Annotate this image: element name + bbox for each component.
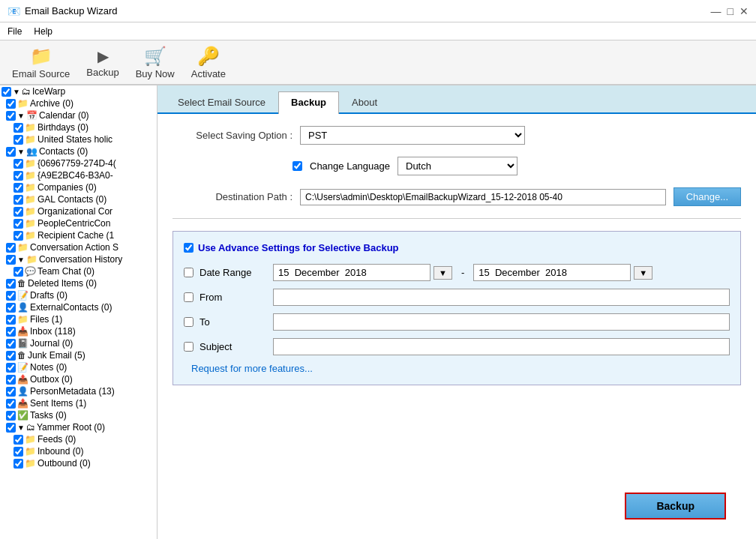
tree-checkbox-outbox[interactable] (6, 375, 16, 385)
tree-item-guid1[interactable]: 📁 {06967759-274D-4( (0, 157, 157, 169)
from-checkbox[interactable] (184, 292, 194, 302)
tree-item-icewarp[interactable]: ▼ 🗂 IceWarp (0, 85, 157, 97)
tree-item-journal[interactable]: 📓 Journal (0) (0, 337, 157, 349)
tree-checkbox-external-contacts[interactable] (6, 303, 16, 313)
tree-item-inbound[interactable]: 📁 Inbound (0) (0, 445, 157, 457)
tree-item-conv-history[interactable]: ▼ 📁 Conversation History (0, 253, 157, 265)
tree-item-drafts[interactable]: 📝 Drafts (0) (0, 289, 157, 301)
tree-checkbox-guid1[interactable] (14, 159, 23, 169)
tree-checkbox-people-centric[interactable] (14, 219, 23, 229)
tab-backup[interactable]: Backup (278, 91, 339, 114)
subject-row: Subject (184, 338, 730, 355)
activate-button[interactable]: 🔑 Activate (185, 43, 232, 82)
tree-item-person-metadata[interactable]: 👤 PersonMetadata (13) (0, 385, 157, 397)
tree-checkbox-conv-history[interactable] (6, 255, 16, 265)
tree-checkbox-conv-action[interactable] (6, 243, 16, 253)
backup-button[interactable]: Backup (625, 493, 726, 520)
destination-path-input[interactable] (300, 189, 666, 205)
date-range-checkbox[interactable] (184, 268, 194, 277)
menu-help[interactable]: Help (34, 26, 52, 37)
tree-checkbox-icewarp[interactable] (2, 87, 11, 97)
tree-checkbox-us-holidays[interactable] (14, 135, 23, 145)
tree-item-companies[interactable]: 📁 Companies (0) (0, 181, 157, 193)
tab-select-email-source[interactable]: Select Email Source (165, 91, 278, 112)
tree-item-org-contacts[interactable]: 📁 Organizational Cor (0, 205, 157, 217)
tree-item-junk-email[interactable]: 🗑 Junk Email (5) (0, 349, 157, 361)
to-input[interactable] (273, 313, 730, 331)
tree-checkbox-outbound[interactable] (14, 459, 23, 469)
from-input[interactable] (273, 289, 730, 306)
subject-input[interactable] (273, 338, 730, 355)
tree-checkbox-feeds[interactable] (14, 435, 23, 445)
date-from-input[interactable] (273, 264, 430, 281)
tree-item-feeds[interactable]: 📁 Feeds (0) (0, 433, 157, 445)
tree-checkbox-archive[interactable] (6, 99, 16, 109)
tree-item-yammer-root[interactable]: ▼ 🗂 Yammer Root (0) (0, 421, 157, 433)
tree-item-files[interactable]: 📁 Files (1) (0, 313, 157, 325)
date-to-picker[interactable]: ▼ (634, 266, 652, 280)
maximize-button[interactable]: □ (728, 5, 734, 17)
date-to-input[interactable] (473, 264, 631, 281)
request-features-link[interactable]: Request for more features... (184, 363, 313, 374)
tree-checkbox-junk-email[interactable] (6, 351, 16, 361)
saving-option-select[interactable]: PST EML MSG PDF HTML (300, 126, 525, 145)
subject-checkbox[interactable] (184, 342, 194, 352)
to-checkbox[interactable] (184, 317, 194, 327)
tree-checkbox-inbound[interactable] (14, 447, 23, 457)
to-label: To (200, 316, 267, 328)
backup-toolbar-button[interactable]: ▶ Backup (80, 44, 124, 81)
tree-checkbox-birthdays[interactable] (14, 123, 23, 133)
tree-checkbox-recipient-cache[interactable] (14, 231, 23, 241)
tab-about[interactable]: About (339, 91, 390, 112)
language-select[interactable]: Dutch English German French Spanish (398, 157, 518, 175)
menu-file[interactable]: File (8, 26, 22, 37)
email-source-button[interactable]: 📁 Email Source (6, 43, 76, 82)
tree-checkbox-tasks[interactable] (6, 411, 16, 421)
tree-item-calendar[interactable]: ▼ 📅 Calendar (0) (0, 109, 157, 121)
tree-item-archive[interactable]: 📁 Archive (0) (0, 97, 157, 109)
tree-checkbox-sent-items[interactable] (6, 399, 16, 409)
tree-checkbox-deleted-items[interactable] (6, 279, 16, 289)
minimize-button[interactable]: — (711, 5, 722, 17)
tree-checkbox-drafts[interactable] (6, 291, 16, 301)
tree-item-sent-items[interactable]: 📤 Sent Items (1) (0, 397, 157, 409)
change-language-checkbox[interactable] (292, 161, 302, 171)
tree-checkbox-files[interactable] (6, 315, 16, 325)
tree-item-deleted-items[interactable]: 🗑 Deleted Items (0) (0, 277, 157, 289)
tree-checkbox-team-chat[interactable] (14, 267, 23, 277)
tree-item-outbox[interactable]: 📤 Outbox (0) (0, 373, 157, 385)
tree-checkbox-notes[interactable] (6, 363, 16, 373)
tree-checkbox-guid2[interactable] (14, 171, 23, 181)
tree-item-team-chat[interactable]: 💬 Team Chat (0) (0, 265, 157, 277)
tree-item-recipient-cache[interactable]: 📁 Recipient Cache (1 (0, 229, 157, 241)
tree-item-external-contacts[interactable]: 👤 ExternalContacts (0) (0, 301, 157, 313)
buy-now-button[interactable]: 🛒 Buy Now (130, 43, 181, 82)
tree-checkbox-yammer-root[interactable] (6, 423, 16, 433)
tree-checkbox-contacts[interactable] (6, 147, 16, 157)
tree-checkbox-inbox[interactable] (6, 327, 16, 337)
tree-item-people-centric[interactable]: 📁 PeopleCentricCon (0, 217, 157, 229)
date-from-picker[interactable]: ▼ (434, 266, 452, 280)
change-path-button[interactable]: Change... (674, 187, 741, 206)
tree-item-outbound[interactable]: 📁 Outbound (0) (0, 457, 157, 469)
tree-item-tasks[interactable]: ✅ Tasks (0) (0, 409, 157, 421)
tree-item-guid2[interactable]: 📁 {A9E2BC46-B3A0- (0, 169, 157, 181)
tree-item-contacts[interactable]: ▼ 👥 Contacts (0) (0, 145, 157, 157)
close-button[interactable]: ✕ (740, 5, 748, 17)
tree-checkbox-person-metadata[interactable] (6, 387, 16, 397)
tree-checkbox-org-contacts[interactable] (14, 207, 23, 217)
tree-item-inbox[interactable]: 📥 Inbox (118) (0, 325, 157, 337)
tree-item-birthdays[interactable]: 📁 Birthdays (0) (0, 121, 157, 133)
tree-checkbox-journal[interactable] (6, 339, 16, 349)
advanced-settings-label: Use Advance Settings for Selective Backu… (198, 242, 399, 253)
tree-item-conv-action[interactable]: 📁 Conversation Action S (0, 241, 157, 253)
date-to-group: ▼ (473, 264, 652, 281)
tree-checkbox-companies[interactable] (14, 183, 23, 193)
tree-checkbox-calendar[interactable] (6, 111, 16, 121)
advanced-settings-checkbox[interactable] (184, 243, 194, 253)
tree-checkbox-gal-contacts[interactable] (14, 195, 23, 205)
right-panel: Select Email Source Backup About Select … (158, 85, 756, 539)
tree-item-notes[interactable]: 📝 Notes (0) (0, 361, 157, 373)
tree-item-us-holidays[interactable]: 📁 United States holic (0, 133, 157, 145)
tree-item-gal-contacts[interactable]: 📁 GAL Contacts (0) (0, 193, 157, 205)
